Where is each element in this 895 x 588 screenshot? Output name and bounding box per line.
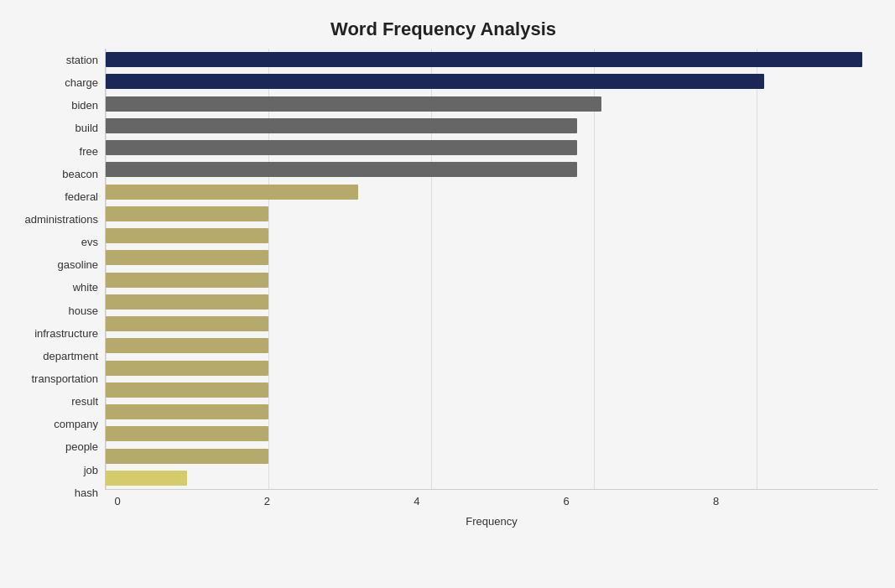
x-tick: 8 (704, 495, 729, 513)
grid-line (431, 49, 432, 489)
bar (106, 140, 577, 155)
bars-and-x: 02468 Frequency (105, 49, 878, 528)
bar-row (106, 359, 878, 377)
bar (106, 449, 268, 464)
y-label: transportation (32, 373, 99, 384)
y-label: build (75, 122, 98, 133)
bar-row (106, 248, 878, 267)
bar-row (106, 138, 878, 157)
bar (106, 250, 268, 265)
bar-row (106, 336, 878, 355)
y-label: infrastructure (34, 328, 98, 339)
bar (106, 74, 764, 89)
x-tick: 6 (554, 495, 579, 513)
bar (106, 382, 268, 398)
bar (106, 361, 268, 376)
x-tick: 0 (105, 495, 130, 513)
bar (106, 162, 577, 177)
bar-row (106, 271, 878, 289)
y-label: administrations (25, 214, 98, 225)
bar (106, 426, 268, 441)
y-label: station (66, 55, 98, 65)
bar (106, 316, 268, 331)
y-label: gasoline (58, 259, 98, 270)
bar (106, 404, 268, 419)
y-label: people (65, 441, 98, 452)
y-label: house (69, 305, 98, 316)
bar (106, 118, 577, 133)
chart-container: Word Frequency Analysis stationchargebid… (0, 0, 895, 588)
bar-row (106, 315, 878, 333)
y-label: beacon (62, 169, 98, 180)
bar-row (106, 117, 878, 135)
bar (106, 471, 187, 486)
y-label: hash (75, 487, 98, 498)
x-tick: 4 (404, 495, 429, 513)
chart-area: stationchargebidenbuildfreebeaconfederal… (8, 49, 878, 528)
bar (106, 206, 268, 221)
bar-row (106, 424, 878, 443)
bar-row (106, 95, 878, 113)
y-label: job (84, 465, 98, 476)
y-label: biden (71, 100, 98, 111)
bar-row (106, 160, 878, 179)
bar-row (106, 293, 878, 311)
bar (106, 338, 268, 353)
bar-row (106, 226, 878, 245)
y-label: white (73, 282, 98, 293)
y-label: charge (65, 77, 98, 88)
y-labels: stationchargebidenbuildfreebeaconfederal… (8, 49, 105, 528)
bar (106, 96, 601, 112)
bar-row (106, 205, 878, 223)
grid-line (594, 49, 595, 489)
chart-title: Word Frequency Analysis (8, 8, 878, 49)
bar (106, 52, 862, 67)
bar-row (106, 447, 878, 466)
bar-row (106, 50, 878, 69)
y-label: department (43, 351, 98, 362)
y-label: free (80, 146, 98, 157)
bar (106, 294, 268, 310)
bar-row (106, 72, 878, 91)
y-label: federal (65, 191, 98, 202)
bar-row (106, 381, 878, 399)
x-tick: 2 (254, 495, 279, 513)
bar-row (106, 403, 878, 421)
x-axis: 02468 (105, 490, 878, 513)
bar-row (106, 183, 878, 201)
grid-line (757, 49, 757, 489)
bar (106, 228, 268, 243)
bar (106, 273, 268, 288)
y-label: evs (81, 237, 98, 247)
x-axis-label: Frequency (105, 515, 878, 528)
bar-row (106, 469, 878, 487)
y-label: result (71, 396, 98, 407)
grid-line (268, 49, 269, 489)
grid-line (106, 49, 107, 489)
y-label: company (54, 419, 98, 429)
bar (106, 185, 358, 200)
bars-area (105, 49, 878, 490)
